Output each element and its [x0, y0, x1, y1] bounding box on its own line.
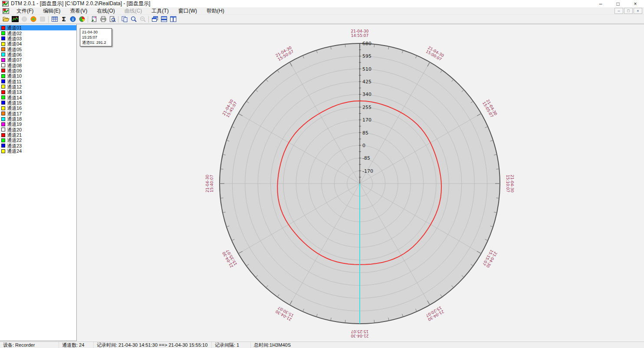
channel-label: 通道08: [7, 63, 22, 68]
channel-list-panel: 通道01通道02通道03通道04通道05通道06通道07通道08通道09通道10…: [0, 24, 77, 341]
window-title: DTM 2.0.1 - [圆盘显示] [C:\DTM 2.0.2\RealDat…: [11, 0, 150, 7]
dial-time-label: 21-04-3015:00:07: [425, 45, 445, 62]
data-table-icon[interactable]: [50, 15, 59, 23]
dial-time-label: 21-04-3014:55:07: [351, 29, 369, 38]
menu-item-help[interactable]: 帮助(H): [202, 7, 229, 15]
toolbar-separator: [88, 16, 88, 23]
channel-list-item[interactable]: 通道15: [0, 100, 76, 105]
mdi-restore-button[interactable]: □: [624, 8, 633, 14]
channel-color-swatch: [1, 90, 5, 94]
record-active-icon[interactable]: [29, 15, 38, 23]
menu-item-file[interactable]: 文件(F): [12, 7, 38, 15]
channel-list-item[interactable]: 通道07: [0, 57, 76, 62]
channel-list-item[interactable]: 通道09: [0, 68, 76, 73]
tile-horizontal-icon[interactable]: [159, 15, 168, 23]
channel-color-swatch: [1, 128, 5, 131]
channel-list-item[interactable]: 通道18: [0, 116, 76, 121]
curve-view-icon[interactable]: [10, 15, 20, 23]
channel-list-item[interactable]: 通道11: [0, 79, 76, 84]
channel-list-item[interactable]: 通道13: [0, 89, 76, 95]
channel-list-item[interactable]: 通道24: [0, 148, 76, 154]
copy-icon[interactable]: [120, 15, 129, 23]
svg-text:Σ: Σ: [62, 16, 66, 22]
minimize-button[interactable]: –: [592, 0, 609, 7]
chart-view[interactable]: -170-8508517025534042551059568021-04-301…: [77, 24, 644, 341]
title-bar: DTM 2.0.1 - [圆盘显示] [C:\DTM 2.0.2\RealDat…: [0, 0, 644, 7]
channel-list-item[interactable]: 通道23: [0, 143, 76, 148]
menu-item-curve[interactable]: 曲线(C): [120, 7, 147, 15]
channel-list-item[interactable]: 通道20: [0, 127, 76, 132]
axis-tick-label: 595: [362, 53, 371, 59]
mdi-child-icon[interactable]: [3, 8, 9, 14]
channel-label: 通道04: [7, 41, 22, 46]
dial-time-label: 21-04-3015:05:07: [482, 98, 498, 118]
statistics-icon[interactable]: Σ: [59, 15, 68, 23]
channel-list-item[interactable]: 通道10: [0, 73, 76, 79]
axis-tick-label: 680: [362, 41, 371, 46]
channel-list-item[interactable]: 通道17: [0, 111, 76, 116]
channel-label: 通道22: [7, 138, 22, 143]
polar-chart[interactable]: -170-8508517025534042551059568021-04-301…: [77, 24, 644, 341]
svg-text:15:10:07: 15:10:07: [506, 175, 510, 192]
svg-text:21-04-30: 21-04-30: [351, 334, 368, 338]
channel-label: 通道12: [7, 84, 22, 89]
channel-list-item[interactable]: 通道04: [0, 41, 76, 46]
tooltip-date: 21-04-30: [82, 30, 110, 35]
svg-text:15:25:07: 15:25:07: [351, 329, 368, 334]
status-device: 设备: Recorder: [0, 342, 59, 348]
channel-list-item[interactable]: 通道12: [0, 84, 76, 89]
channel-list-item[interactable]: 通道03: [0, 36, 76, 41]
channel-color-swatch: [1, 47, 5, 51]
channel-label: 通道13: [7, 89, 22, 95]
menu-bar: 文件(F)编辑(E)查看(V)在线(O)曲线(C)工具(T)窗口(W)帮助(H)…: [0, 7, 644, 15]
channel-list: 通道01通道02通道03通道04通道05通道06通道07通道08通道09通道10…: [0, 25, 76, 154]
channel-list-item[interactable]: 通道16: [0, 105, 76, 111]
export-icon[interactable]: [89, 15, 99, 23]
info-icon[interactable]: i: [68, 15, 77, 23]
channel-color-swatch: [1, 106, 5, 110]
menu-item-tools[interactable]: 工具(T): [147, 7, 173, 15]
app-window: DTM 2.0.1 - [圆盘显示] [C:\DTM 2.0.2\RealDat…: [0, 0, 644, 348]
channel-label: 通道15: [7, 100, 22, 105]
menu-item-window[interactable]: 窗口(W): [174, 7, 202, 15]
channel-list-item[interactable]: 通道06: [0, 52, 76, 57]
status-channel-count: 通道数: 24: [59, 342, 94, 348]
mdi-close-button[interactable]: ×: [634, 8, 642, 14]
axis-tick-label: 425: [362, 79, 371, 85]
channel-list-item[interactable]: 通道02: [0, 30, 76, 36]
svg-text:21-04-30: 21-04-30: [510, 175, 514, 193]
dial-time-label: 21-04-3015:40:07: [205, 174, 214, 192]
menu-item-edit[interactable]: 编辑(E): [38, 7, 65, 15]
close-button[interactable]: ×: [627, 0, 644, 7]
channel-label: 通道03: [7, 36, 22, 41]
channel-color-swatch: [1, 42, 5, 46]
channel-label: 通道06: [7, 52, 22, 57]
channel-list-item[interactable]: 通道01: [0, 25, 76, 30]
menu-item-view[interactable]: 查看(V): [65, 7, 92, 15]
menu-item-online[interactable]: 在线(O): [92, 7, 119, 15]
open-file-icon[interactable]: [1, 15, 10, 23]
channel-list-item[interactable]: 通道05: [0, 46, 76, 52]
channel-list-item[interactable]: 通道19: [0, 121, 76, 127]
pie-report-icon[interactable]: [77, 15, 86, 23]
mdi-minimize-button[interactable]: –: [614, 8, 623, 14]
channel-list-item[interactable]: 通道14: [0, 95, 76, 100]
menu-items: 文件(F)编辑(E)查看(V)在线(O)曲线(C)工具(T)窗口(W)帮助(H): [12, 7, 229, 15]
svg-text:14:55:07: 14:55:07: [351, 33, 368, 38]
channel-label: 通道21: [7, 132, 22, 138]
channel-list-item[interactable]: 通道21: [0, 132, 76, 138]
restore-button[interactable]: □: [609, 0, 627, 7]
print-icon[interactable]: [99, 15, 108, 23]
tile-vertical-icon[interactable]: [168, 15, 177, 23]
channel-list-item[interactable]: 通道08: [0, 62, 76, 68]
channel-label: 通道14: [7, 95, 22, 100]
axis-tick-label: 510: [362, 66, 371, 72]
dial-time-label: 21-04-3015:25:07: [351, 329, 368, 338]
print-preview-icon[interactable]: [108, 15, 117, 23]
channel-color-swatch: [1, 31, 5, 35]
zoom-icon[interactable]: [129, 15, 138, 23]
channel-list-item[interactable]: 通道22: [0, 138, 76, 143]
toolbar-separator: [48, 16, 49, 23]
cascade-windows-icon[interactable]: [150, 15, 159, 23]
channel-color-swatch: [1, 26, 5, 30]
